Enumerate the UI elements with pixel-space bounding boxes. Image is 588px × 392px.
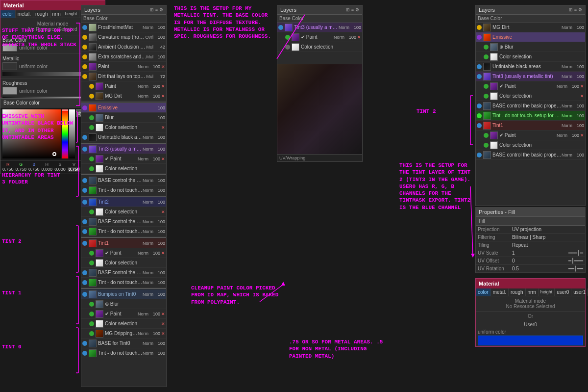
panel-icon-3[interactable]: ⚙ xyxy=(355,7,359,12)
layer-mgdirt-r[interactable]: MG Dirt Norm 100 xyxy=(476,23,585,32)
layer-delete[interactable]: ✕ xyxy=(580,84,584,89)
layer-colorsel4-r[interactable]: Color selection xyxy=(476,140,585,150)
layer-tintexp3[interactable]: Tint - do not touch. setup for export. N… xyxy=(81,278,166,287)
hue-bar[interactable] xyxy=(62,109,68,158)
layer-emissive[interactable]: Emissive 100 xyxy=(81,103,166,113)
layer-visibility-dot[interactable] xyxy=(82,74,87,79)
layer-scratches[interactable]: Extra scratches and blemishes example Mu… xyxy=(81,52,166,62)
layer-delete[interactable]: ✕ xyxy=(161,209,165,214)
layer-visibility-dot[interactable] xyxy=(285,35,290,40)
layer-colorsel-mid[interactable]: Color selection xyxy=(277,42,362,52)
b-value[interactable]: 0.750 xyxy=(28,167,40,172)
layer-visibility-dot[interactable] xyxy=(82,35,87,40)
material-tab-user1-r[interactable]: user1 xyxy=(571,288,588,296)
layer-emissive-r[interactable]: Emissive xyxy=(476,32,585,42)
layer-tint3-r[interactable]: Tint3 (usually a metallic tint) Norm 100 xyxy=(476,72,585,81)
layer-visibility-dot[interactable] xyxy=(477,25,482,30)
layer-visibility-dot[interactable] xyxy=(82,25,87,30)
layer-untintable[interactable]: Untintable black areas Norm 100 xyxy=(81,132,166,142)
layer-delete[interactable]: ✕ xyxy=(161,94,165,99)
layer-visibility-dot[interactable] xyxy=(484,133,489,138)
layer-delete[interactable]: ✕ xyxy=(161,321,165,326)
roughness-swatch[interactable] xyxy=(2,87,17,95)
panel-icon-1[interactable]: ⊞ xyxy=(346,7,350,12)
s-value[interactable]: 0.000 xyxy=(54,167,66,172)
layer-colorsel5[interactable]: Color selection ✕ xyxy=(81,319,166,329)
layer-paint-r[interactable]: ✔ Paint Norm 100 ✕ xyxy=(476,81,585,91)
layer-blur-r[interactable]: ⊕ Blur xyxy=(476,42,585,52)
material-tab-nrm[interactable]: nrm xyxy=(50,10,63,18)
layer-paint-r2[interactable]: ✔ Paint Norm 100 ✕ xyxy=(476,131,585,140)
layer-delete[interactable]: ✕ xyxy=(580,133,584,138)
base-color-swatch[interactable] xyxy=(2,44,17,52)
layer-paint5[interactable]: ✔ Paint Norm 100 ✕ xyxy=(81,309,166,319)
layer-visibility-dot[interactable] xyxy=(82,229,87,234)
layer-delete[interactable]: ✕ xyxy=(161,312,165,316)
layer-visibility-dot[interactable] xyxy=(82,105,87,110)
layer-tintexp4[interactable]: Tint - do not touch. Has all material ch… xyxy=(81,348,166,358)
layer-paint3[interactable]: ✔ Paint Norm 100 ✕ xyxy=(81,154,166,164)
layer-visibility-dot[interactable] xyxy=(89,125,94,130)
panel-icon-1[interactable]: ⊞ xyxy=(569,7,573,12)
h-value[interactable]: 0.000 xyxy=(42,167,53,172)
layer-tint3-folder[interactable]: Tint3 (usually a metallic tint) Norm 100 xyxy=(81,144,166,154)
layer-visibility-dot[interactable] xyxy=(82,292,87,297)
panel-icon-2[interactable]: ≡ xyxy=(155,7,158,12)
layer-delete[interactable]: ✕ xyxy=(161,331,165,336)
material-tab-user0-r[interactable]: user0 xyxy=(555,288,571,296)
layer-paint4[interactable]: ✔ Paint Norm 100 ✕ xyxy=(81,248,166,258)
layer-paint1[interactable]: Paint Norm 100 ✕ xyxy=(81,62,166,72)
layer-visibility-dot[interactable] xyxy=(82,280,87,285)
layer-visibility-dot[interactable] xyxy=(484,84,489,89)
layer-visibility-dot[interactable] xyxy=(89,209,94,214)
layer-visibility-dot[interactable] xyxy=(82,351,87,356)
layer-colorsel3[interactable]: Color selection xyxy=(81,164,166,174)
layer-visibility-dot[interactable] xyxy=(82,178,87,183)
layer-colorsel1[interactable]: Color selection ✕ xyxy=(81,123,166,132)
layer-colorsel3-r[interactable]: Color selection ✕ xyxy=(476,91,585,101)
layer-tint1-folder[interactable]: Tint1 Norm 100 xyxy=(81,238,166,248)
layer-base1[interactable]: BASE control the basic properties of... … xyxy=(81,176,166,185)
material-tab-metal[interactable]: metal. xyxy=(16,10,33,18)
layer-base2[interactable]: BASE control the basic properties of... … xyxy=(81,217,166,227)
layer-dirt[interactable]: Dirt that lays on top of everything Mul … xyxy=(81,72,166,81)
layer-visibility-dot[interactable] xyxy=(82,54,87,59)
layer-base-r2[interactable]: BASE control the basic properties of... … xyxy=(476,150,585,160)
layer-delete[interactable]: ✕ xyxy=(161,64,165,69)
layer-delete[interactable]: ✕ xyxy=(161,125,165,130)
r-value[interactable]: 0.750 xyxy=(2,167,14,172)
layer-visibility-dot[interactable] xyxy=(278,25,283,30)
material-tab-color-r[interactable]: color xyxy=(476,288,491,296)
layer-mgdirt[interactable]: MG Dirt Norm 100 ✕ xyxy=(81,91,166,101)
material-tab-nrm-r[interactable]: nrm xyxy=(526,288,539,296)
layer-visibility-dot[interactable] xyxy=(477,64,482,69)
color-gradient[interactable] xyxy=(2,109,61,158)
layer-visibility-dot[interactable] xyxy=(484,45,489,50)
layer-delete[interactable]: ✕ xyxy=(580,94,584,99)
layer-visibility-dot[interactable] xyxy=(477,123,482,128)
layer-delete[interactable]: ✕ xyxy=(161,84,165,89)
layer-colorsel-r[interactable]: Color selection xyxy=(476,52,585,62)
layer-visibility-dot[interactable] xyxy=(89,166,94,171)
layer-visibility-dot[interactable] xyxy=(477,104,482,108)
layer-visibility-dot[interactable] xyxy=(484,54,489,59)
panel-icon-3[interactable]: ⚙ xyxy=(578,7,582,12)
layer-visibility-dot[interactable] xyxy=(285,45,290,50)
layer-blur[interactable]: Blur 100 xyxy=(81,113,166,123)
layer-tint2-folder[interactable]: Tint2 Norm 100 xyxy=(81,197,166,207)
layer-delete[interactable]: ✕ xyxy=(161,157,165,161)
g-value[interactable]: 0.750 xyxy=(16,167,27,172)
layer-visibility-dot[interactable] xyxy=(82,64,87,69)
material-tab-metal-r[interactable]: metal. xyxy=(491,288,509,296)
layer-visibility-dot[interactable] xyxy=(484,94,489,99)
layer-visibility-dot[interactable] xyxy=(89,312,94,316)
layer-visibility-dot[interactable] xyxy=(89,115,94,120)
layer-colorsel4[interactable]: Color selection xyxy=(81,258,166,268)
layer-paint2[interactable]: Paint Norm 100 ✕ xyxy=(81,81,166,91)
layer-base3[interactable]: BASE control the basic properties of... … xyxy=(81,268,166,278)
layer-tint1-r[interactable]: Tint1 Norm 100 xyxy=(476,121,585,131)
layer-visibility-dot[interactable] xyxy=(82,241,87,246)
layer-visibility-dot[interactable] xyxy=(89,84,94,89)
blue-channel-bar[interactable] xyxy=(478,336,583,345)
layer-base4[interactable]: BASE for Tint0 Norm 100 xyxy=(81,339,166,348)
